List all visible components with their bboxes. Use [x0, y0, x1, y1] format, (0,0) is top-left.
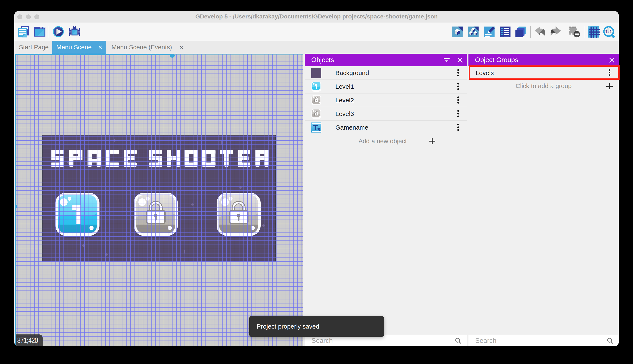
svg-text:1:1: 1:1 — [605, 29, 612, 34]
